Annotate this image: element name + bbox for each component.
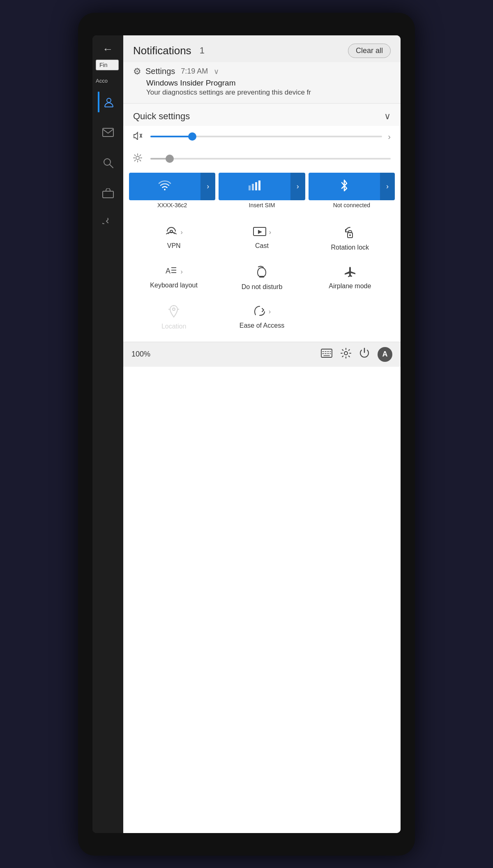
vpn-label: VPN xyxy=(167,242,181,250)
sidebar-item-refresh[interactable] xyxy=(98,213,118,234)
bluetooth-tile-wrapper: › Not connected xyxy=(309,173,395,210)
location-label: Location xyxy=(161,323,187,330)
svg-point-8 xyxy=(136,156,139,160)
vpn-chevron: › xyxy=(180,229,182,236)
wifi-tile[interactable]: › xyxy=(129,173,215,200)
back-button[interactable]: ← xyxy=(103,43,113,55)
wifi-tile-main[interactable] xyxy=(129,173,200,200)
volume-mute-icon[interactable] xyxy=(133,132,145,142)
sidebar-item-work[interactable] xyxy=(98,183,118,204)
phone-screen: ← Fin Acco xyxy=(92,35,401,833)
sidebar-item-mail[interactable] xyxy=(98,122,118,143)
sim-tile[interactable]: › xyxy=(219,173,305,200)
settings-notification[interactable]: ⚙ Settings 7:19 AM ∨ Windows Insider Pro… xyxy=(123,62,401,104)
quick-settings-collapse[interactable]: ∨ xyxy=(384,111,391,122)
bluetooth-label: Not connected xyxy=(309,200,395,210)
keyboard-layout-chevron: › xyxy=(180,268,182,275)
svg-rect-33 xyxy=(259,276,264,278)
settings-notif-chevron[interactable]: ∨ xyxy=(214,67,219,76)
notification-panel: Notifications 1 Clear all ⚙ Settings 7:1… xyxy=(123,35,401,833)
power-icon[interactable] xyxy=(359,348,369,361)
wifi-tile-wrapper: › XXXX-36c2 xyxy=(129,173,215,210)
ease-of-access-icon xyxy=(253,305,266,319)
grid-row-2: A › Keyboard layout xyxy=(130,259,394,295)
rotation-lock-tile[interactable]: Rotation lock xyxy=(313,219,387,255)
battery-percentage: 100% xyxy=(131,350,150,359)
grid-row-3: Location xyxy=(130,298,394,334)
bluetooth-tile-arrow[interactable]: › xyxy=(380,173,395,200)
svg-line-16 xyxy=(135,160,136,161)
settings-notif-time: 7:19 AM xyxy=(181,67,208,76)
brightness-thumb[interactable] xyxy=(166,155,174,163)
settings-notif-title: Windows Insider Program xyxy=(146,79,391,88)
svg-point-34 xyxy=(173,308,175,310)
brightness-track[interactable] xyxy=(150,158,391,160)
settings-notif-icon: ⚙ xyxy=(133,66,141,77)
settings-notif-label: Settings xyxy=(145,67,175,76)
svg-point-17 xyxy=(164,189,166,190)
notifications-header: Notifications 1 Clear all xyxy=(123,35,401,62)
bluetooth-icon xyxy=(340,179,348,193)
svg-rect-18 xyxy=(249,185,251,190)
svg-rect-38 xyxy=(321,349,332,357)
sidebar-item-contacts[interactable] xyxy=(98,92,118,112)
connectivity-tiles: › XXXX-36c2 xyxy=(123,170,401,210)
cast-tile[interactable]: › Cast xyxy=(225,219,299,255)
bluetooth-tile[interactable]: › xyxy=(309,173,395,200)
bottom-icons-group: A xyxy=(321,347,392,362)
sim-icon xyxy=(248,180,261,193)
svg-line-14 xyxy=(140,160,141,161)
quick-settings-title: Quick settings xyxy=(133,111,190,122)
sim-label: Insert SIM xyxy=(219,200,305,210)
svg-rect-19 xyxy=(252,184,254,190)
ease-of-access-chevron: › xyxy=(269,308,271,315)
phone-frame: ← Fin Acco xyxy=(78,13,415,856)
airplane-mode-label: Airplane mode xyxy=(329,282,371,290)
bottom-action-bar: 100% xyxy=(123,342,401,367)
grid-section-1: › VPN xyxy=(123,215,401,342)
svg-line-13 xyxy=(135,155,136,155)
grid-row-1: › VPN xyxy=(130,219,394,255)
location-icon xyxy=(168,305,179,319)
sim-tile-wrapper: › Insert SIM xyxy=(219,173,305,210)
user-avatar[interactable]: A xyxy=(378,347,392,362)
clear-all-button[interactable]: Clear all xyxy=(348,44,391,58)
cast-chevron: › xyxy=(269,229,271,236)
brightness-slider-row xyxy=(123,148,401,170)
sim-tile-arrow[interactable]: › xyxy=(290,173,305,200)
volume-thumb[interactable] xyxy=(188,132,196,141)
airplane-mode-tile[interactable]: Airplane mode xyxy=(313,259,387,295)
settings-gear-icon[interactable] xyxy=(341,348,351,361)
svg-rect-2 xyxy=(103,128,113,137)
svg-point-48 xyxy=(344,352,348,355)
dnd-tile[interactable]: Do not disturb xyxy=(225,259,299,295)
location-tile[interactable]: Location xyxy=(137,298,211,334)
dnd-icon xyxy=(256,265,267,280)
dnd-label: Do not disturb xyxy=(242,283,283,291)
svg-rect-28 xyxy=(348,231,352,233)
svg-rect-20 xyxy=(255,182,257,190)
brightness-icon xyxy=(133,153,145,164)
sim-tile-main[interactable] xyxy=(219,173,290,199)
ease-of-access-tile[interactable]: › Ease of Access xyxy=(225,298,299,334)
rotation-lock-icon xyxy=(344,226,356,241)
svg-line-4 xyxy=(110,164,113,168)
volume-track[interactable] xyxy=(150,136,382,137)
svg-marker-24 xyxy=(258,230,262,234)
svg-rect-21 xyxy=(258,181,260,190)
keyboard-icon[interactable] xyxy=(321,349,332,360)
sidebar-item-search[interactable] xyxy=(98,153,118,173)
keyboard-layout-label: Keyboard layout xyxy=(150,282,198,289)
volume-expand-arrow[interactable]: › xyxy=(388,132,391,141)
svg-text:A: A xyxy=(166,267,170,275)
cast-label: Cast xyxy=(255,242,269,250)
quick-settings-header: Quick settings ∨ xyxy=(123,104,401,126)
vpn-icon xyxy=(165,226,178,239)
left-sidebar: ← Fin Acco xyxy=(92,35,123,833)
keyboard-layout-tile[interactable]: A › Keyboard layout xyxy=(137,259,211,295)
bluetooth-tile-main[interactable] xyxy=(309,173,380,200)
find-box[interactable]: Fin xyxy=(96,60,119,70)
vpn-tile[interactable]: › VPN xyxy=(137,219,211,255)
settings-notif-body: Your diagnostics settings are preventing… xyxy=(146,88,391,97)
wifi-tile-arrow[interactable]: › xyxy=(200,173,215,200)
